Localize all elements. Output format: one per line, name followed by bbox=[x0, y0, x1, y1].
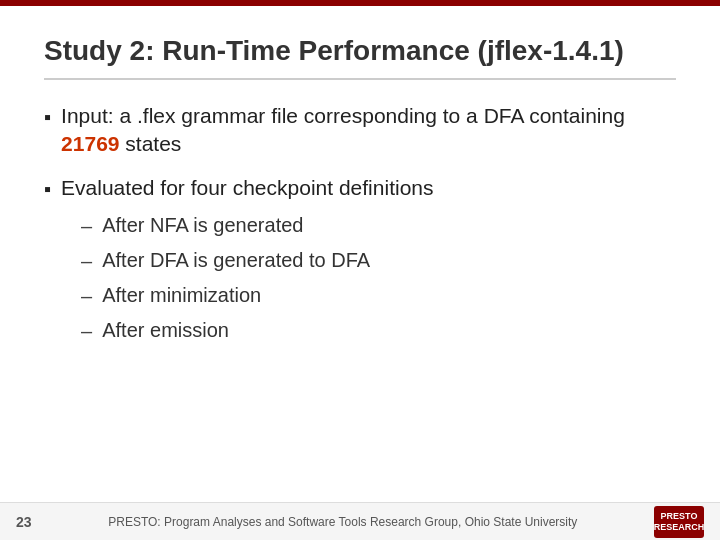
bullet-marker-2: ▪ bbox=[44, 176, 51, 203]
footer-logo-text: PRESTORESEARCH bbox=[654, 511, 705, 533]
sub-item-4: – After emission bbox=[81, 316, 676, 345]
footer-logo: PRESTORESEARCH bbox=[654, 506, 704, 538]
bullet-item-1: ▪ Input: a .flex grammar file correspond… bbox=[44, 102, 676, 159]
footer-text: PRESTO: Program Analyses and Software To… bbox=[32, 515, 654, 529]
bullet-2-main-text: Evaluated for four checkpoint definition… bbox=[61, 176, 433, 199]
sub-item-3: – After minimization bbox=[81, 281, 676, 310]
sub-list: – After NFA is generated – After DFA is … bbox=[81, 211, 676, 345]
sub-text-4: After emission bbox=[102, 316, 229, 344]
highlight-states: 21769 bbox=[61, 132, 119, 155]
bullet-list: ▪ Input: a .flex grammar file correspond… bbox=[44, 102, 676, 367]
bullet-marker-1: ▪ bbox=[44, 104, 51, 131]
sub-marker-1: – bbox=[81, 212, 92, 240]
footer: 23 PRESTO: Program Analyses and Software… bbox=[0, 502, 720, 540]
sub-marker-4: – bbox=[81, 317, 92, 345]
sub-item-2: – After DFA is generated to DFA bbox=[81, 246, 676, 275]
sub-item-1: – After NFA is generated bbox=[81, 211, 676, 240]
bullet-text-after: states bbox=[120, 132, 182, 155]
sub-text-1: After NFA is generated bbox=[102, 211, 303, 239]
bullet-text-before: Input: a .flex grammar file correspondin… bbox=[61, 104, 625, 127]
footer-page-number: 23 bbox=[16, 514, 32, 530]
slide-title: Study 2: Run-Time Performance (jflex-1.4… bbox=[44, 34, 676, 80]
bullet-text-2: Evaluated for four checkpoint definition… bbox=[61, 174, 676, 350]
sub-text-3: After minimization bbox=[102, 281, 261, 309]
sub-text-2: After DFA is generated to DFA bbox=[102, 246, 370, 274]
bullet-text-1: Input: a .flex grammar file correspondin… bbox=[61, 102, 676, 159]
sub-marker-2: – bbox=[81, 247, 92, 275]
slide: Study 2: Run-Time Performance (jflex-1.4… bbox=[0, 0, 720, 540]
content-area: Study 2: Run-Time Performance (jflex-1.4… bbox=[0, 6, 720, 502]
sub-marker-3: – bbox=[81, 282, 92, 310]
bullet-item-2: ▪ Evaluated for four checkpoint definiti… bbox=[44, 174, 676, 350]
